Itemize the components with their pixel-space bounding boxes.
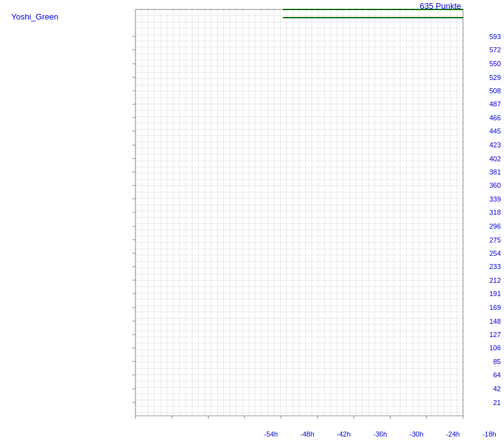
y-axis-label: 508 xyxy=(490,87,501,94)
y-axis-label: 275 xyxy=(490,236,501,244)
x-axis-label: -30h xyxy=(410,430,423,438)
chart-container: Yoshi_Green 635 Punkte 59357255052950848… xyxy=(0,0,504,441)
y-axis-label: 148 xyxy=(490,318,501,325)
y-axis-label: 318 xyxy=(490,209,501,216)
y-axis-label: 487 xyxy=(490,100,501,108)
y-axis-label: 360 xyxy=(490,181,501,189)
y-axis-label: 339 xyxy=(490,195,501,203)
y-axis-label: 593 xyxy=(490,33,501,40)
y-axis-label: 127 xyxy=(490,331,501,338)
y-axis-label: 233 xyxy=(490,263,501,270)
y-axis-label: 106 xyxy=(490,344,501,352)
x-axis-label: -48h xyxy=(301,430,314,438)
x-axis-label: -42h xyxy=(337,430,351,438)
y-axis-label: 85 xyxy=(493,358,501,365)
y-axis-label: 572 xyxy=(490,46,501,54)
y-axis-label: 254 xyxy=(490,249,501,257)
y-axis-label: 466 xyxy=(490,114,501,122)
y-axis: 5935725505295084874664454234023813603393… xyxy=(463,0,504,416)
x-axis-label: -54h xyxy=(264,430,278,438)
y-axis-label: 529 xyxy=(490,74,501,81)
y-axis-label: 296 xyxy=(490,222,501,230)
x-axis-label: -18h xyxy=(483,430,496,438)
y-axis-label: 169 xyxy=(490,304,501,311)
x-axis: -54h-48h-42h-36h-30h-24h-18h-12h-6h-0h xyxy=(135,416,463,441)
y-axis-label: 402 xyxy=(490,155,501,163)
y-axis-label: 191 xyxy=(490,290,501,297)
x-axis-label: -24h xyxy=(446,430,460,438)
x-axis-label: -36h xyxy=(373,430,387,438)
y-axis-label: 64 xyxy=(493,371,501,379)
y-axis-label: 42 xyxy=(493,385,501,392)
y-axis-label: 423 xyxy=(490,141,501,149)
y-axis-label: 212 xyxy=(490,277,501,284)
y-axis-label: 445 xyxy=(490,127,501,135)
y-axis-label: 550 xyxy=(490,60,501,67)
chart-canvas xyxy=(0,0,504,441)
y-axis-label: 21 xyxy=(493,399,501,406)
y-axis-label: 381 xyxy=(490,168,501,176)
